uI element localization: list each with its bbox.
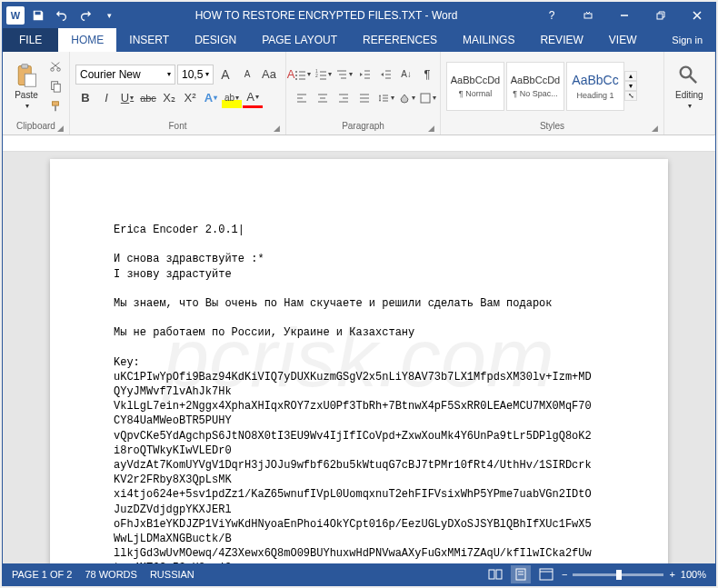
print-layout-icon[interactable] [511,565,531,583]
style-heading-1[interactable]: AaBbCcHeading 1 [566,62,624,111]
borders-icon[interactable]: ▾ [417,88,437,108]
numbering-icon[interactable]: 12▾ [313,65,333,85]
app-icon: W [6,6,25,25]
save-icon[interactable] [28,5,48,25]
svg-rect-52 [496,570,502,579]
tab-references[interactable]: REFERENCES [350,28,450,52]
language-indicator[interactable]: RUSSIAN [150,569,194,580]
tab-design[interactable]: DESIGN [182,28,249,52]
sign-in-link[interactable]: Sign in [659,28,715,52]
paragraph-launcher-icon[interactable]: ◢ [428,124,434,133]
tab-view[interactable]: VIEW [596,28,650,52]
paste-label: Paste [15,90,38,100]
tab-mailings[interactable]: MAILINGS [450,28,527,52]
cut-icon[interactable] [46,57,65,75]
italic-button[interactable]: I [96,88,116,108]
undo-icon[interactable] [52,5,72,25]
grow-font-icon[interactable]: A [215,65,235,85]
svg-point-12 [295,71,297,73]
zoom-in-button[interactable]: + [669,569,674,580]
zoom-thumb[interactable] [616,570,622,580]
ribbon-display-button[interactable] [570,3,606,28]
word-window: W ▾ HOW TO RESTORE ENCRYPTED FILES.TXT -… [2,2,716,586]
justify-icon[interactable] [354,88,374,108]
svg-rect-10 [53,101,59,105]
help-button[interactable]: ? [534,3,570,28]
svg-rect-56 [540,569,553,580]
editing-button[interactable]: Editing▾ [670,61,709,112]
font-launcher-icon[interactable]: ◢ [274,124,280,133]
page-indicator[interactable]: PAGE 1 OF 2 [12,569,72,580]
minimize-button[interactable] [606,3,643,28]
close-button[interactable] [679,3,715,28]
text-effects-icon[interactable]: A▾ [201,88,221,108]
document-area[interactable]: pcrisk.com Erica Encoder 2.0.1| И снова … [3,152,715,563]
font-name-select[interactable]: Courier New▾ [75,65,175,85]
svg-point-13 [295,75,297,76]
qat-customize-icon[interactable]: ▾ [99,5,119,25]
styles-up-icon[interactable]: ▴ [624,71,637,81]
tab-insert[interactable]: INSERT [116,28,182,52]
statusbar: PAGE 1 OF 2 78 WORDS RUSSIAN − + 100% [3,563,715,585]
subscript-button[interactable]: X₂ [159,88,179,108]
read-mode-icon[interactable] [485,565,505,583]
highlight-icon[interactable]: ab▾ [222,88,242,108]
tab-file[interactable]: FILE [3,28,58,52]
word-count[interactable]: 78 WORDS [85,569,136,580]
underline-button[interactable]: U▾ [117,88,137,108]
web-layout-icon[interactable] [536,565,556,583]
bold-button[interactable]: B [75,88,95,108]
svg-rect-0 [584,14,592,18]
shading-icon[interactable]: ▾ [396,88,416,108]
svg-rect-4 [22,64,28,67]
align-right-icon[interactable] [334,88,354,108]
tab-review[interactable]: REVIEW [527,28,595,52]
multilevel-icon[interactable]: ▾ [334,65,354,85]
show-marks-icon[interactable]: ¶ [417,65,437,85]
svg-rect-48 [421,94,430,103]
font-size-select[interactable]: 10,5▾ [177,65,214,85]
zoom-level[interactable]: 100% [681,569,706,580]
tab-page-layout[interactable]: PAGE LAYOUT [249,28,350,52]
align-left-icon[interactable] [292,88,312,108]
font-color-icon[interactable]: A▾ [243,88,263,108]
bullets-icon[interactable]: ▾ [292,65,312,85]
restore-button[interactable] [643,3,679,28]
svg-rect-5 [25,74,35,86]
change-case-icon[interactable]: Aa [259,65,279,85]
titlebar: W ▾ HOW TO RESTORE ENCRYPTED FILES.TXT -… [3,3,715,28]
styles-more-icon[interactable]: ⤡ [624,91,637,101]
svg-rect-2 [657,14,663,19]
group-clipboard: Paste▾ Clipboard◢ [3,52,70,135]
shrink-font-icon[interactable]: A [237,65,257,85]
paragraph-label: Paragraph [342,121,384,131]
sort-icon[interactable]: A↓ [396,65,416,85]
page[interactable]: Erica Encoder 2.0.1| И снова здравствуйт… [50,159,668,563]
styles-down-icon[interactable]: ▾ [624,81,637,91]
strike-button[interactable]: abc [138,88,158,108]
styles-label: Styles [540,121,564,131]
svg-rect-11 [55,105,56,111]
style--no-spac-[interactable]: AaBbCcDd¶ No Spac... [506,62,564,111]
decrease-indent-icon[interactable] [354,65,374,85]
style--normal[interactable]: AaBbCcDd¶ Normal [446,62,504,111]
zoom-out-button[interactable]: − [562,569,567,580]
align-center-icon[interactable] [313,88,333,108]
ruler[interactable] [3,135,715,152]
tab-home[interactable]: HOME [58,28,116,52]
zoom-slider[interactable] [573,573,663,576]
format-painter-icon[interactable] [46,97,65,115]
group-paragraph: ▾ 12▾ ▾ A↓ ¶ ▾ ▾ ▾ Parag [286,52,441,135]
increase-indent-icon[interactable] [375,65,395,85]
copy-icon[interactable] [46,77,65,95]
line-spacing-icon[interactable]: ▾ [375,88,395,108]
redo-icon[interactable] [75,5,95,25]
group-styles: AaBbCcDd¶ NormalAaBbCcDd¶ No Spac...AaBb… [441,52,664,135]
ribbon: Paste▾ Clipboard◢ Courier New▾ 10,5▾ A A… [3,52,715,135]
styles-launcher-icon[interactable]: ◢ [652,124,658,133]
superscript-button[interactable]: X² [180,88,200,108]
paste-button[interactable]: Paste▾ [8,61,45,112]
svg-point-49 [681,66,692,77]
editing-label [670,118,709,133]
clipboard-launcher-icon[interactable]: ◢ [57,124,64,133]
